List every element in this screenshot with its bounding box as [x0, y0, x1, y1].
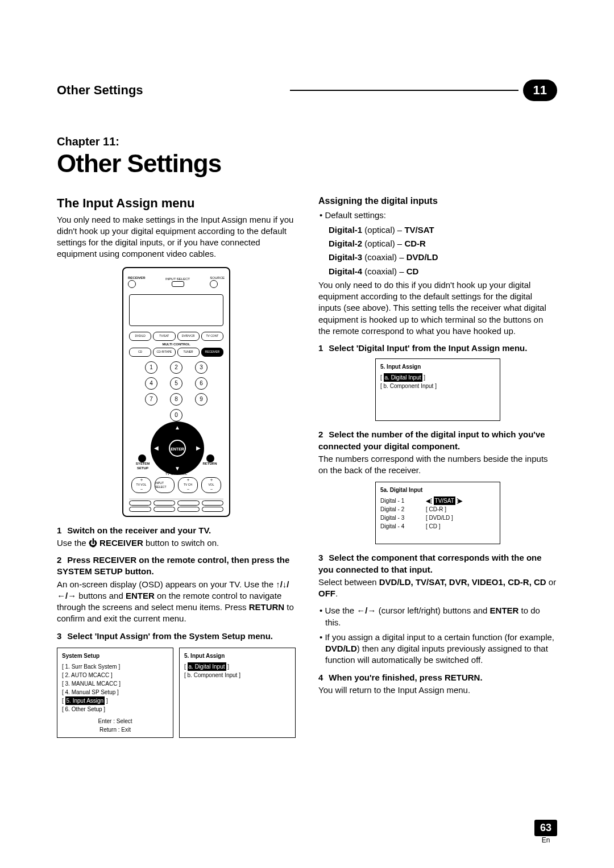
left-step-2-text: An on-screen display (OSD) appears on yo… — [57, 579, 296, 625]
remote-enter-button: ENTER — [169, 440, 186, 457]
remote-tv-row: ＋TV VOL－ INPUT SELECT ＋TV CH－ ＋VOL－ — [131, 477, 221, 493]
left-step-1: 1Switch on the receiver and your TV. — [57, 525, 296, 536]
arrow-left-icon: ◀ — [154, 444, 159, 452]
osd-system-setup: System Setup [ 1. Surr Back System ][ 2.… — [57, 648, 173, 738]
right-step-1: 1Select 'Digital Input' from the Input A… — [318, 343, 557, 354]
assigning-digital-heading: Assigning the digital inputs — [318, 195, 557, 207]
input-assign-intro: You only need to make settings in the In… — [57, 214, 296, 260]
remote-tvcontrol-label: TV CONTROL — [123, 471, 229, 476]
header-section-title: Other Settings — [57, 83, 285, 98]
remote-numpad: 1 2 3 4 5 6 7 8 9 0 — [140, 361, 212, 422]
remote-multicontrol-label: MULTI CONTROL — [123, 342, 229, 347]
right-step-4-text: You will return to the Input Assign menu… — [318, 685, 557, 696]
source-power-icon — [210, 280, 218, 288]
default-settings-label: Default settings: — [325, 210, 557, 221]
input-assign-heading: The Input Assign menu — [57, 195, 296, 212]
remote-source-row-1: DVD/LD TV/SAT DVR/VCR TV CONT — [129, 332, 223, 341]
power-icon — [128, 280, 136, 288]
page-header: Other Settings 11 — [57, 80, 557, 101]
header-divider — [290, 90, 518, 91]
osd-input-assign-2: 5. Input Assign [ a. Digital Input ][ b.… — [375, 358, 500, 421]
chapter-label: Chapter 11: — [57, 135, 557, 148]
right-bullet-1: Use the ←/→ (cursor left/right) buttons … — [325, 605, 557, 628]
remote-display-area — [129, 294, 223, 326]
right-step-2: 2Select the number of the digital input … — [318, 429, 557, 452]
chapter-title: Other Settings — [57, 149, 557, 178]
osd-input-assign: 5. Input Assign [ a. Digital Input ][ b.… — [179, 648, 296, 738]
page-number: 63 En — [534, 820, 557, 844]
right-column: Assigning the digital inputs Default set… — [318, 195, 557, 746]
right-intro: You only need to do this if you didn't h… — [318, 279, 557, 337]
arrow-up-icon: ▲ — [175, 424, 180, 432]
power-icon: ⏻ — [89, 538, 97, 548]
remote-control-illustration: RECEIVER INPUT SELECT SOURCE DVD/LD — [122, 267, 230, 517]
right-step-3-text: Select between DVD/LD, TV/SAT, DVR, VIDE… — [318, 577, 557, 600]
left-step-3: 3Select 'Input Assign' from the System S… — [57, 631, 296, 642]
remote-source-row-2: CD CD-R/TAPE TUNER RECEIVER — [129, 348, 223, 357]
left-step-2: 2Press RECEIVER on the remote control, t… — [57, 554, 296, 578]
remote-source-label: SOURCE — [210, 276, 225, 279]
arrow-right-icon: ▶ — [196, 444, 201, 452]
chapter-number-badge: 11 — [523, 80, 557, 101]
osd-digital-input: 5a. Digital Input Digital - 1◀[ TV/SAT ]… — [375, 482, 500, 544]
left-step-1-text: Use the ⏻ RECEIVER button to switch on. — [57, 537, 296, 549]
arrow-left-right-icon: ←/→ — [356, 606, 376, 615]
right-bullet-2: If you assign a digital input to a certa… — [325, 632, 557, 666]
remote-return-label: RETURN — [198, 461, 221, 466]
remote-system-setup-label: SYSTEM SETUP — [131, 461, 154, 470]
right-step-4: 4When you're finished, press RETURN. — [318, 672, 557, 683]
remote-receiver-label: RECEIVER — [128, 276, 146, 279]
right-step-3: 3Select the component that corresponds w… — [318, 552, 557, 575]
default-settings-list: Digital-1 (optical) – TV/SATDigital-2 (o… — [329, 224, 557, 277]
right-step-2-text: The numbers correspond with the numbers … — [318, 453, 557, 477]
remote-dpad: ▲ ▼ ◀ ▶ ENTER — [151, 422, 204, 475]
remote-transport-area — [129, 499, 223, 515]
left-column: The Input Assign menu You only need to m… — [57, 195, 296, 746]
remote-input-select-label: INPUT SELECT — [165, 277, 190, 288]
